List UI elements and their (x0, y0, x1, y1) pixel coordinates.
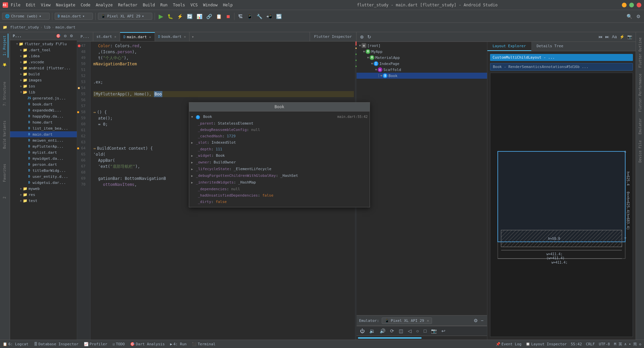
menu-vcs[interactable]: VCS (191, 3, 198, 7)
emulator-tab[interactable]: Emulator (637, 116, 643, 137)
tab-st-dart[interactable]: st.dart ✕ (93, 32, 120, 41)
status-event-log[interactable]: 📌 Event Log (496, 342, 522, 346)
emulator-minimize-button[interactable]: − (480, 317, 484, 324)
status-profiler[interactable]: 📈 Profiler (84, 342, 107, 346)
build-variants-tab[interactable]: Build Variants (1, 119, 8, 151)
inspector-settings-icon[interactable]: ⏮ (598, 34, 603, 40)
expand-arrow-debug[interactable]: ▶ (191, 174, 193, 178)
side-panel-toggle[interactable]: 📁 (3, 25, 7, 29)
widget-item-scaffold[interactable]: ▼ ≡ Scaffold (357, 67, 487, 73)
tab-st-dart-close[interactable]: ✕ (114, 35, 116, 39)
expand-arrow-inherited[interactable]: ▶ (191, 181, 193, 184)
status-todo[interactable]: ☑ TODO (113, 342, 125, 346)
tree-item-lib[interactable]: ▼ 📂 lib (10, 89, 77, 95)
tree-item-dart-tool[interactable]: ▶ 📁 .dart_tool (10, 47, 77, 53)
attach-button[interactable]: 🔗 (205, 13, 213, 20)
menu-tools[interactable]: Tools (173, 3, 185, 7)
rotate-button[interactable]: ⟳ (389, 328, 395, 334)
inspector-options-button[interactable]: ⚡ (619, 34, 625, 40)
status-language[interactable]: M 英 ∧ • 简 ◇ (614, 342, 641, 347)
emulator-settings-button[interactable]: ⚙ (473, 317, 479, 324)
back-button[interactable]: ◁ (407, 328, 413, 334)
inspector-export-button[interactable]: 📷 (627, 34, 633, 40)
tree-item-test[interactable]: ▶ 📁 test (10, 198, 77, 204)
tree-item-myweb[interactable]: ▶ 📁 myweb (10, 186, 77, 192)
tree-item-ios[interactable]: ▶ 📁 ios (10, 83, 77, 89)
menu-bar[interactable]: File Edit View Navigate Code Analyze Ref… (11, 3, 233, 7)
tree-item-widgetui[interactable]: D widgetui.dar... (10, 180, 77, 186)
tree-item-listitem[interactable]: D list_item_bea... (10, 125, 77, 131)
tree-item-mywidget[interactable]: D mywidget.da... (10, 155, 77, 161)
tab-overflow[interactable]: ▾ (190, 32, 196, 41)
project-tab[interactable]: 1: Project (1, 33, 8, 58)
widget-item-root[interactable]: ▼ ⊞ [root] (357, 43, 487, 49)
project-settings-button[interactable]: ⚙ (69, 33, 74, 39)
profile-button[interactable]: 📊 (195, 13, 204, 20)
run-button[interactable]: ▶ (157, 12, 165, 21)
device-manager-button[interactable]: 📲 (265, 13, 273, 20)
expand-arrow-slot[interactable]: ▶ (191, 141, 193, 144)
popup-content[interactable]: ▼ B Book main.dart:55:42 _parent: Statel… (189, 112, 370, 207)
emulator-device[interactable]: 📱 Pixel XL API 29 ✕ (382, 318, 432, 324)
menu-analyze[interactable]: Analyze (96, 3, 113, 7)
power-button[interactable]: ⏻ (359, 328, 366, 334)
tree-item-book[interactable]: D book.dart (10, 101, 77, 107)
tree-item-meiwen[interactable]: D meiwen_enti... (10, 137, 77, 143)
volume-up-button[interactable]: 🔊 (378, 328, 387, 334)
menu-run[interactable]: Run (160, 3, 168, 7)
stop-button[interactable]: ⏹ (224, 13, 232, 20)
tab-book-dart[interactable]: D book.dart ✕ (155, 32, 190, 41)
menu-navigate[interactable]: Navigate (56, 3, 75, 7)
menu-view[interactable]: View (41, 3, 51, 7)
status-dart-analysis[interactable]: 🎯 Dart Analysis (130, 342, 165, 346)
tree-item-mylist[interactable]: D mylist.dart (10, 149, 77, 155)
locate-file-button[interactable]: 🎯 (55, 33, 62, 39)
expand-arrow-owner[interactable]: ▶ (191, 161, 193, 164)
tree-item-root[interactable]: ▼ 📁 flutter_study F\Flu (10, 41, 77, 47)
debug-button[interactable]: 🐛 (166, 13, 174, 20)
tree-item-vscode[interactable]: ▶ 📁 .vscode (10, 59, 77, 65)
home-button[interactable]: ○ (415, 328, 420, 334)
select-widget-button[interactable]: ⊕ (359, 33, 365, 40)
project-panel-toolbar[interactable]: 🎯 ⊖ ⚙ (55, 33, 74, 39)
browser-selector[interactable]: 🌐 Chrome (web) ▾ (2, 13, 50, 20)
menu-window[interactable]: Window (203, 3, 217, 7)
settings-button[interactable]: ⚙ (635, 13, 642, 20)
tree-item-android[interactable]: ▶ 📁 android [flutter... (10, 65, 77, 71)
expand-arrow-lifecycle[interactable]: ▶ (191, 167, 193, 171)
minimize-button[interactable] (622, 3, 627, 7)
window-controls[interactable] (622, 3, 641, 7)
sdk-manager-button[interactable]: 🔧 (255, 13, 264, 20)
flutter-outline-tab[interactable]: Flutter Outline (637, 35, 643, 70)
menu-build[interactable]: Build (143, 3, 155, 7)
avd-manager-button[interactable]: 📱 (246, 13, 254, 20)
status-line-col[interactable]: 55:42 (571, 342, 582, 346)
breadcrumb-project[interactable]: flutter_study (10, 25, 39, 29)
tree-item-myflutter[interactable]: D myFlutterAp... (10, 143, 77, 149)
widget-item-indexpage[interactable]: ▼ I IndexPage (357, 61, 487, 67)
selected-widget-display[interactable]: CustomMultiChildLayout - ... (490, 54, 633, 61)
build-variants-button[interactable]: 🏗 (237, 13, 244, 20)
widget-item-book[interactable]: │ ▼ B Book (357, 73, 487, 79)
device-file-tab[interactable]: Device File (637, 138, 643, 165)
menu-refactor[interactable]: Refactor (118, 3, 138, 7)
tab-p[interactable]: P... (77, 32, 93, 41)
tab-flutter-inspector[interactable]: Flutter Inspector (310, 32, 357, 41)
breadcrumb-file[interactable]: main.dart (55, 25, 75, 29)
tab-main-dart-close[interactable]: ✕ (149, 35, 151, 39)
collapse-all-button[interactable]: ⊖ (63, 33, 68, 39)
tree-item-person[interactable]: D person.dart (10, 161, 77, 167)
inspector-prev-button[interactable]: ⏭ (604, 34, 610, 40)
status-db-inspector[interactable]: 🗄 Database Inspector (34, 342, 78, 346)
sub-widget-display[interactable]: Book - RenderSemanticsAnnotations#5d16b … (490, 63, 633, 71)
tree-item-images[interactable]: ▶ 📁 images (10, 77, 77, 83)
tree-item-build[interactable]: ▶ 📁 build (10, 71, 77, 77)
status-line-ending[interactable]: CRLF (586, 342, 595, 346)
todo-tab[interactable]: 2 (1, 195, 8, 201)
tree-item-titlebar[interactable]: D titleBarWidg... (10, 167, 77, 173)
menu-code[interactable]: Code (81, 3, 91, 7)
menu-edit[interactable]: Edit (26, 3, 36, 7)
tree-item-happy[interactable]: D happyDay.da... (10, 113, 77, 119)
tree-item-main[interactable]: D main.dart (10, 131, 77, 137)
flutter-performance-tab[interactable]: Flutter Performance (637, 71, 643, 115)
